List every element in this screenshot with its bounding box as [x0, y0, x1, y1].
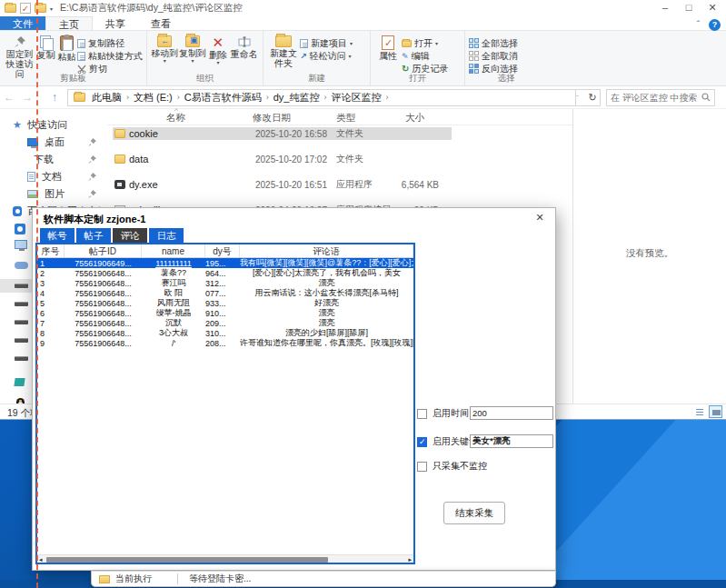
maximize-button[interactable]: □ — [677, 0, 701, 15]
minimize-button[interactable]: – — [653, 0, 677, 15]
clipboard-small-column: 复制路径 粘贴快捷方式 剪切 — [77, 34, 143, 75]
search-box — [606, 89, 715, 106]
drive-icon[interactable] — [15, 338, 28, 343]
column-header-type[interactable]: 类型 — [336, 112, 355, 125]
dialog-tab[interactable]: 帖子 — [76, 228, 111, 243]
select-small-column: 全部选择 全部取消 反向选择 — [469, 34, 518, 75]
move-to-button[interactable]: ← 移动到▾ — [151, 34, 179, 64]
header-no[interactable]: 序号 — [37, 244, 65, 257]
breadcrumb[interactable]: 此电脑›文档 (E:)›C易语言软件源码›dy_纯监控›评论区监控› — [67, 89, 576, 106]
file-row[interactable]: data 2025-10-20 17:02 文件夹 — [107, 153, 572, 165]
header-post-id[interactable]: 帖子ID — [65, 244, 142, 257]
breadcrumb-segment[interactable]: 文档 (E:)› — [129, 91, 180, 105]
end-collection-button[interactable]: 结束采集 — [443, 502, 505, 524]
close-button[interactable]: ✕ — [701, 0, 724, 15]
paste-shortcut-icon — [77, 52, 85, 61]
copy-path-button[interactable]: 复制路径 — [77, 37, 143, 49]
window-title: E:\C易语言软件源码\dy_纯监控\评论区监控 — [60, 2, 243, 15]
breadcrumb-segment[interactable]: C易语言软件源码› — [180, 91, 269, 105]
status-separator — [177, 573, 178, 584]
ribbon-tab[interactable]: 文件 — [0, 16, 45, 30]
time-input[interactable] — [470, 406, 553, 420]
dialog-tab[interactable]: 评论 — [113, 228, 147, 243]
comments-table: 序号 帖子ID name dy号 评论语 1 75561906649... 11… — [35, 243, 415, 564]
sync-space-icon — [15, 224, 25, 234]
ribbon-extra: ˆ ? — [697, 19, 721, 31]
comment-row[interactable]: 9 75561906648... /' 208... 许哥谁知道你在哪里呢，你真… — [37, 338, 413, 348]
ribbon-tab[interactable]: 查看 — [138, 16, 184, 30]
column-header-size[interactable]: 大小 — [405, 112, 424, 125]
collect-only-checkbox[interactable] — [417, 462, 427, 472]
file-row[interactable]: dy.exe 2025-10-20 16:51 应用程序 6,564 KB — [107, 178, 572, 191]
file-row[interactable]: cookie 2025-10-20 16:58 文件夹 — [107, 127, 572, 140]
scroll-left-icon[interactable]: ◂ — [39, 556, 43, 563]
header-name[interactable]: name — [142, 244, 205, 257]
explorer-titlebar: ✓ ▾ E:\C易语言软件源码\dy_纯监控\评论区监控 – □ ✕ — [0, 0, 726, 16]
onedrive-cloud-icon[interactable] — [15, 262, 28, 269]
dialog-close-icon[interactable]: ✕ — [532, 211, 548, 225]
new-folder-button[interactable]: 新建文件夹 — [267, 34, 300, 68]
edit-button[interactable]: ✎ 编辑 — [402, 50, 448, 62]
drive-icon[interactable] — [15, 356, 28, 361]
drive-icon[interactable] — [15, 302, 28, 306]
paste-icon — [60, 35, 74, 51]
file-icon — [114, 154, 125, 164]
ribbon-tab[interactable]: 共享 — [93, 16, 138, 30]
enable-time-checkbox[interactable] — [417, 409, 427, 419]
details-view-icon[interactable] — [692, 405, 706, 418]
ribbon-tab[interactable]: 主页 — [45, 16, 93, 30]
large-icons-view-icon[interactable] — [709, 405, 722, 418]
copy-icon — [40, 35, 53, 49]
open-button[interactable]: 打开▾ — [402, 37, 448, 49]
drive-icon[interactable] — [15, 284, 28, 288]
help-icon[interactable]: ? — [709, 19, 721, 31]
breadcrumb-segment[interactable]: 评论区监控› — [326, 91, 388, 105]
ribbon-group-open: 属性 打开▾ ✎ 编辑 ↻ 历史记录 打开 — [371, 31, 465, 85]
move-to-icon: ← — [157, 35, 172, 47]
paste-shortcut-button[interactable]: 粘贴快捷方式 — [77, 50, 143, 62]
enable-keyword-checkbox[interactable] — [417, 437, 427, 447]
address-bar: ← → ˇ ↑ 此电脑›文档 (E:)›C易语言软件源码›dy_纯监控›评论区监… — [0, 86, 726, 109]
network-box-icon[interactable] — [14, 378, 25, 386]
horizontal-scrollbar[interactable]: ◂ ▸ — [37, 554, 413, 563]
keyword-input[interactable] — [470, 434, 553, 448]
copy-button[interactable]: 复制 — [35, 34, 56, 60]
this-pc-icon[interactable] — [15, 240, 27, 249]
header-dy[interactable]: dy号 — [205, 244, 240, 257]
file-icon — [114, 180, 125, 189]
address-dropdown-icon[interactable]: ˇ — [576, 94, 585, 102]
rename-button[interactable]: 重命名 — [229, 34, 259, 59]
dialog-tab[interactable]: 帐号 — [40, 228, 75, 243]
breadcrumb-segment[interactable]: 此电脑› — [87, 91, 129, 105]
up-icon[interactable]: ↑ — [45, 91, 64, 104]
scrollbar-thumb[interactable] — [46, 557, 328, 563]
scroll-right-icon[interactable]: ▸ — [408, 556, 412, 563]
select-none-icon — [469, 51, 479, 61]
properties-button[interactable]: 属性 — [374, 34, 402, 61]
new-item-button[interactable]: 新建项目▾ — [300, 37, 353, 49]
ribbon-group-new: 新建文件夹 新建项目▾ ↗ 轻松访问▾ 新建 — [264, 31, 371, 85]
properties-icon — [382, 35, 394, 50]
forward-icon[interactable]: → — [18, 91, 36, 104]
select-none-button[interactable]: 全部取消 — [469, 50, 518, 62]
drive-icon[interactable] — [15, 320, 28, 324]
easy-access-icon: ↗ — [300, 52, 307, 61]
refresh-icon[interactable]: ↻ — [585, 92, 600, 104]
pin-icon — [88, 155, 96, 164]
qat-check-icon[interactable]: ✓ — [20, 3, 31, 14]
search-input[interactable] — [611, 93, 701, 103]
select-all-button[interactable]: 全部选择 — [469, 37, 518, 49]
delete-button[interactable]: ✕ 删除▾ — [206, 34, 229, 65]
qat-dropdown-icon[interactable]: ▾ — [50, 5, 53, 12]
column-header-date[interactable]: 修改日期 — [253, 112, 291, 125]
collapse-ribbon-icon[interactable]: ˆ — [697, 20, 700, 30]
copy-to-button[interactable]: ▣ 复制到▾ — [179, 34, 207, 64]
breadcrumb-segment[interactable]: dy_纯监控› — [269, 91, 327, 105]
pin-icon — [14, 35, 26, 48]
dialog-tab[interactable]: 日志 — [149, 228, 184, 243]
easy-access-button[interactable]: ↗ 轻松访问▾ — [300, 50, 353, 62]
header-comment[interactable]: 评论语 — [240, 244, 413, 257]
paste-button[interactable]: 粘贴 — [56, 34, 77, 62]
back-icon[interactable]: ← — [0, 91, 18, 104]
collect-only-label: 只采集不监控 — [433, 460, 487, 473]
